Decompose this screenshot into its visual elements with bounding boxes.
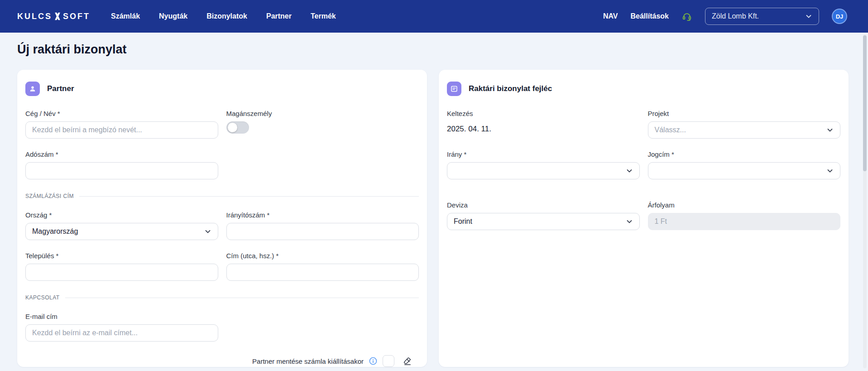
eraser-clear-button[interactable]	[400, 353, 415, 369]
field-exchange-rate: Árfolyam	[648, 201, 841, 230]
country-label: Ország *	[25, 211, 218, 219]
field-address: Cím (utca, hsz.) *	[226, 252, 419, 281]
zip-input[interactable]	[226, 223, 419, 240]
company-selector[interactable]: Zöld Lomb Kft.	[705, 8, 819, 25]
field-email: E-mail cím	[25, 313, 218, 342]
scrollbar-track[interactable]	[863, 34, 867, 368]
nav-item-nyugtak[interactable]: Nyugták	[159, 12, 187, 20]
nav-item-termek[interactable]: Termék	[311, 12, 336, 20]
field-direction: Irány *	[447, 150, 640, 179]
toggle-knob	[228, 123, 237, 132]
nav-item-partner[interactable]: Partner	[266, 12, 292, 20]
partner-card-footer: Partner mentése számla kiállításakor	[25, 353, 419, 369]
email-label: E-mail cím	[25, 313, 218, 320]
logo-x-icon	[53, 12, 62, 21]
save-partner-label: Partner mentése számla kiállításakor	[252, 357, 364, 365]
currency-select-value: Forint	[454, 217, 472, 226]
billing-section-header: SZÁMLÁZÁSI CÍM	[25, 193, 419, 199]
scrollbar-thumb[interactable]	[863, 35, 867, 171]
private-person-toggle[interactable]	[226, 121, 249, 134]
field-zip: Irányítószám *	[226, 211, 419, 240]
project-select[interactable]: Válassz...	[648, 121, 841, 139]
date-label: Keltezés	[447, 110, 640, 117]
warehouse-header-card-header: Raktári bizonylat fejléc	[447, 82, 840, 96]
exchange-rate-label: Árfolyam	[648, 201, 841, 209]
private-person-label: Magánszemély	[226, 110, 419, 117]
person-icon	[25, 82, 40, 96]
main-nav-links: Számlák Nyugták Bizonylatok Partner Term…	[111, 12, 336, 20]
currency-select[interactable]: Forint	[447, 213, 640, 230]
page-title: Új raktári bizonylat	[17, 42, 851, 57]
cards-row: Partner Cég / Név * Magánszemély Ad	[17, 70, 851, 367]
logo-text-right: SOFT	[63, 12, 90, 21]
project-select-placeholder: Válassz...	[655, 126, 686, 134]
address-label: Cím (utca, hsz.) *	[226, 252, 419, 260]
company-name-label: Cég / Név *	[25, 110, 218, 117]
field-tax-number: Adószám *	[25, 150, 218, 179]
zip-label: Irányítószám *	[226, 211, 419, 219]
info-icon[interactable]	[369, 357, 377, 365]
field-date: Keltezés 2025. 04. 11.	[447, 110, 640, 139]
field-currency: Deviza Forint	[447, 201, 640, 230]
eraser-icon	[403, 357, 412, 366]
field-legal-title: Jogcím *	[648, 150, 841, 179]
chevron-down-icon	[805, 13, 812, 20]
contact-section-header: KAPCSOLAT	[25, 294, 419, 301]
address-input[interactable]	[226, 264, 419, 281]
country-select[interactable]: Magyarország	[25, 223, 218, 240]
city-label: Település *	[25, 252, 218, 260]
kulcs-soft-logo[interactable]: KULCS SOFT	[17, 12, 90, 21]
field-country: Ország * Magyarország	[25, 211, 218, 240]
partner-card-title: Partner	[47, 84, 74, 93]
nav-item-nav[interactable]: NAV	[603, 12, 618, 20]
top-navbar: KULCS SOFT Számlák Nyugták Bizonylatok P…	[0, 0, 868, 33]
legal-title-select[interactable]	[648, 162, 841, 179]
spacer	[226, 313, 419, 353]
nav-item-bizonylatok[interactable]: Bizonylatok	[206, 12, 247, 20]
company-selector-value: Zöld Lomb Kft.	[712, 12, 759, 20]
document-icon	[447, 82, 461, 96]
user-avatar[interactable]: DJ	[832, 9, 847, 24]
tax-number-label: Adószám *	[25, 150, 218, 158]
logo-text-left: KULCS	[17, 12, 52, 21]
page-content: Új raktári bizonylat Partner Cég / Név *	[0, 33, 868, 371]
chevron-down-icon	[826, 167, 834, 174]
city-input[interactable]	[25, 264, 218, 281]
warehouse-header-card: Raktári bizonylat fejléc Keltezés 2025. …	[439, 70, 849, 367]
partner-form: Cég / Név * Magánszemély Adószám *	[25, 110, 419, 353]
warehouse-header-form: Keltezés 2025. 04. 11. Projekt Válassz..…	[447, 110, 840, 242]
save-partner-checkbox[interactable]	[383, 355, 394, 367]
partner-card-header: Partner	[25, 82, 419, 96]
navbar-right-cluster: NAV Beállítások Zöld Lomb Kft. DJ	[603, 8, 847, 25]
field-project: Projekt Válassz...	[648, 110, 841, 139]
nav-item-beallitasok[interactable]: Beállítások	[631, 12, 669, 20]
chevron-down-icon	[204, 228, 211, 235]
tax-number-input[interactable]	[25, 162, 218, 179]
chevron-down-icon	[826, 126, 834, 134]
nav-item-szamlak[interactable]: Számlák	[111, 12, 140, 20]
direction-select[interactable]	[447, 162, 640, 179]
country-select-value: Magyarország	[32, 227, 78, 236]
spacer	[226, 150, 419, 191]
app-window: KULCS SOFT Számlák Nyugták Bizonylatok P…	[0, 0, 868, 371]
currency-label: Deviza	[447, 201, 640, 209]
chevron-down-icon	[626, 218, 633, 225]
exchange-rate-input	[648, 213, 841, 230]
headset-support-icon[interactable]	[681, 11, 692, 22]
company-name-input[interactable]	[25, 121, 218, 139]
field-private-person: Magánszemély	[226, 110, 419, 139]
date-value: 2025. 04. 11.	[447, 121, 640, 134]
email-input[interactable]	[25, 324, 218, 342]
legal-title-label: Jogcím *	[648, 150, 841, 158]
field-company-name: Cég / Név *	[25, 110, 218, 139]
chevron-down-icon	[626, 167, 633, 174]
direction-label: Irány *	[447, 150, 640, 158]
warehouse-header-card-title: Raktári bizonylat fejléc	[469, 84, 552, 93]
project-label: Projekt	[648, 110, 841, 117]
partner-card: Partner Cég / Név * Magánszemély Ad	[17, 70, 427, 367]
field-city: Település *	[25, 252, 218, 281]
